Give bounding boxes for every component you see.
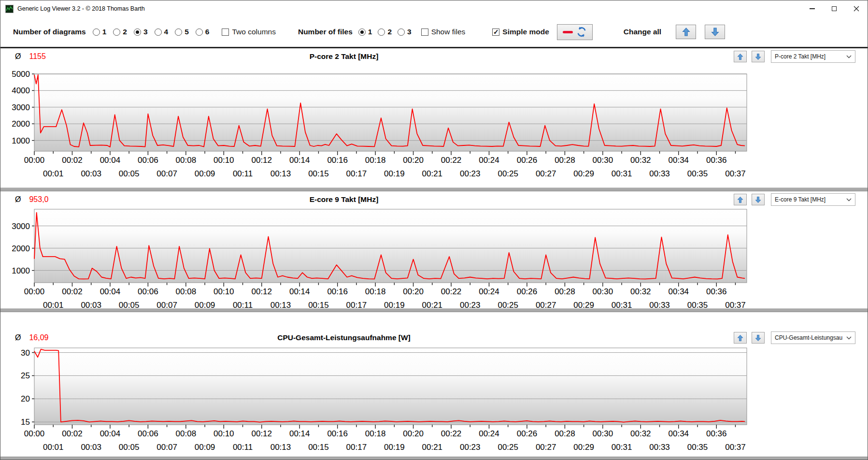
chevron-down-icon bbox=[846, 55, 852, 58]
simple-mode-label: Simple mode bbox=[502, 28, 549, 36]
svg-text:00:03: 00:03 bbox=[81, 443, 101, 452]
diagram-count-radio-5[interactable]: 5 bbox=[175, 28, 189, 36]
svg-text:00:02: 00:02 bbox=[62, 156, 83, 165]
svg-text:00:31: 00:31 bbox=[612, 443, 632, 452]
svg-text:00:35: 00:35 bbox=[687, 169, 708, 178]
svg-text:00:28: 00:28 bbox=[555, 287, 575, 296]
chart-panel-pcore2: Ø 1155 P-core 2 Takt [MHz] P-core 2 Takt… bbox=[0, 48, 868, 187]
arrow-up-icon bbox=[737, 334, 743, 342]
svg-text:2000: 2000 bbox=[12, 244, 30, 253]
svg-text:00:27: 00:27 bbox=[536, 301, 556, 308]
move-diagram-down-button[interactable] bbox=[752, 332, 765, 344]
svg-text:00:23: 00:23 bbox=[460, 169, 481, 178]
svg-text:00:06: 00:06 bbox=[138, 156, 158, 165]
svg-text:00:21: 00:21 bbox=[422, 169, 443, 178]
maximize-button[interactable] bbox=[823, 0, 845, 17]
window-controls bbox=[801, 0, 868, 17]
minimize-button[interactable] bbox=[801, 0, 823, 17]
radio-button-icon bbox=[93, 29, 100, 36]
svg-text:00:24: 00:24 bbox=[479, 429, 499, 438]
move-diagram-up-button[interactable] bbox=[734, 194, 747, 205]
radio-button-icon bbox=[134, 29, 141, 36]
svg-text:20: 20 bbox=[21, 394, 30, 403]
file-count-radio-1[interactable]: 1 bbox=[358, 28, 372, 36]
svg-text:00:08: 00:08 bbox=[176, 287, 197, 296]
diagram-count-radio-4[interactable]: 4 bbox=[155, 28, 169, 36]
chart-panel-ecore9: Ø 953,0 E-core 9 Takt [MHz] E-core 9 Tak… bbox=[0, 191, 868, 308]
simple-mode-checkbox[interactable]: ✓ Simple mode bbox=[492, 28, 549, 36]
change-all-up-button[interactable] bbox=[676, 25, 696, 39]
svg-text:00:00: 00:00 bbox=[24, 156, 45, 165]
panel-controls: P-core 2 Takt [MHz] bbox=[734, 50, 855, 63]
panel-controls: CPU-Gesamt-Leistungsau bbox=[734, 331, 855, 344]
file-count-radio-3[interactable]: 3 bbox=[398, 28, 412, 36]
svg-text:5000: 5000 bbox=[12, 70, 30, 79]
file-count-radio-group: 123 bbox=[358, 28, 412, 36]
two-columns-checkbox[interactable]: Two columns bbox=[222, 28, 275, 36]
svg-text:00:34: 00:34 bbox=[669, 287, 689, 296]
svg-text:00:05: 00:05 bbox=[119, 301, 140, 308]
svg-text:00:03: 00:03 bbox=[81, 169, 101, 178]
svg-text:00:24: 00:24 bbox=[479, 156, 499, 165]
radio-button-icon bbox=[113, 29, 120, 36]
move-diagram-down-button[interactable] bbox=[752, 51, 765, 62]
diagram-count-radio-2[interactable]: 2 bbox=[113, 28, 127, 36]
svg-text:00:14: 00:14 bbox=[289, 287, 310, 296]
radio-label: 1 bbox=[102, 28, 107, 36]
svg-text:00:37: 00:37 bbox=[725, 301, 746, 308]
svg-text:00:18: 00:18 bbox=[365, 287, 386, 296]
diagram-count-radio-3[interactable]: 3 bbox=[134, 28, 148, 36]
radio-label: 3 bbox=[143, 28, 148, 36]
radio-label: 3 bbox=[407, 28, 412, 36]
window-bottom-edge bbox=[0, 457, 868, 460]
diagram-count-radio-1[interactable]: 1 bbox=[93, 28, 107, 36]
svg-text:00:20: 00:20 bbox=[403, 156, 424, 165]
line-style-refresh-button[interactable] bbox=[557, 24, 593, 40]
diagram-count-radio-6[interactable]: 6 bbox=[196, 28, 210, 36]
svg-text:3000: 3000 bbox=[12, 222, 30, 231]
move-diagram-up-button[interactable] bbox=[734, 332, 747, 344]
move-diagram-up-button[interactable] bbox=[734, 51, 747, 62]
refresh-icon bbox=[576, 27, 587, 37]
svg-text:00:16: 00:16 bbox=[327, 287, 348, 296]
chevron-down-icon bbox=[846, 336, 852, 340]
radio-label: 2 bbox=[387, 28, 392, 36]
svg-text:00:01: 00:01 bbox=[43, 301, 64, 308]
change-all-down-button[interactable] bbox=[705, 25, 725, 39]
svg-text:00:15: 00:15 bbox=[308, 301, 329, 308]
show-files-label: Show files bbox=[431, 28, 466, 36]
svg-text:00:14: 00:14 bbox=[289, 429, 310, 438]
radio-button-icon bbox=[196, 29, 203, 36]
svg-text:00:37: 00:37 bbox=[725, 169, 746, 178]
signal-select-dropdown[interactable]: CPU-Gesamt-Leistungsau bbox=[771, 331, 855, 344]
svg-text:00:19: 00:19 bbox=[384, 301, 405, 308]
signal-select-dropdown[interactable]: P-core 2 Takt [MHz] bbox=[771, 50, 855, 63]
svg-text:00:21: 00:21 bbox=[422, 301, 443, 308]
close-button[interactable] bbox=[845, 0, 868, 17]
close-icon bbox=[854, 6, 859, 12]
svg-text:00:23: 00:23 bbox=[460, 443, 481, 452]
svg-text:00:13: 00:13 bbox=[270, 169, 291, 178]
change-all-label: Change all bbox=[624, 28, 661, 36]
svg-text:00:01: 00:01 bbox=[43, 443, 64, 452]
svg-text:00:29: 00:29 bbox=[573, 443, 594, 452]
show-files-checkbox[interactable]: Show files bbox=[421, 28, 466, 36]
move-diagram-down-button[interactable] bbox=[752, 194, 765, 205]
file-count-radio-2[interactable]: 2 bbox=[378, 28, 392, 36]
svg-text:00:12: 00:12 bbox=[251, 429, 272, 438]
average-readout: Ø 1155 bbox=[15, 52, 46, 61]
panel-splitter[interactable] bbox=[0, 187, 868, 191]
svg-text:00:22: 00:22 bbox=[441, 156, 462, 165]
svg-text:00:24: 00:24 bbox=[479, 287, 499, 296]
svg-text:00:23: 00:23 bbox=[460, 301, 481, 308]
chart-panel-cpu-power: Ø 16,09 CPU-Gesamt-Leistungsaufnahme [W]… bbox=[0, 312, 868, 457]
svg-text:00:34: 00:34 bbox=[669, 429, 689, 438]
svg-text:00:15: 00:15 bbox=[308, 443, 329, 452]
svg-text:00:17: 00:17 bbox=[346, 301, 367, 308]
svg-text:00:14: 00:14 bbox=[289, 156, 310, 165]
signal-select-dropdown[interactable]: E-core 9 Takt [MHz] bbox=[771, 193, 855, 206]
arrow-up-icon bbox=[737, 53, 743, 61]
panel-splitter[interactable] bbox=[0, 308, 868, 312]
average-symbol: Ø bbox=[15, 333, 21, 342]
average-readout: Ø 16,09 bbox=[15, 333, 49, 342]
